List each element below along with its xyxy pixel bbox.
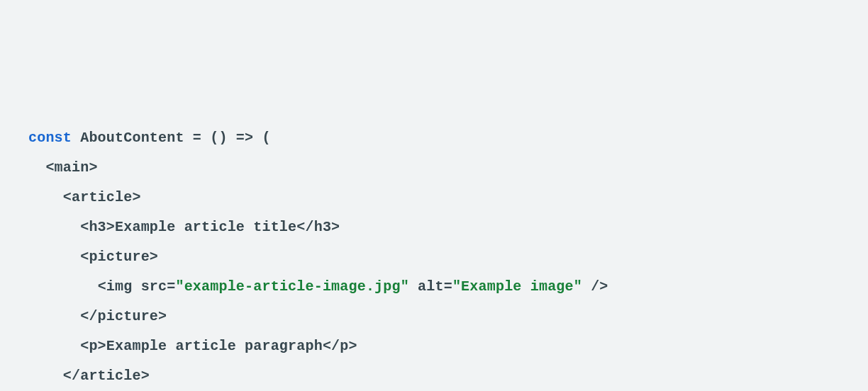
- attr-src: src=: [132, 278, 175, 295]
- text-h3: Example article title: [115, 219, 296, 235]
- tag-h3-open: <h3>: [80, 219, 115, 235]
- code-line-8: <p>Example article paragraph</p>: [28, 332, 840, 361]
- tag-img-open: <img: [98, 278, 133, 295]
- keyword-const: const: [28, 130, 72, 146]
- punct-equals: =: [184, 130, 211, 146]
- code-line-5: <picture>: [28, 242, 840, 272]
- identifier-aboutcontent: [72, 130, 80, 146]
- code-line-3: <article>: [28, 183, 840, 212]
- text-paragraph: Example article paragraph: [106, 338, 323, 354]
- code-line-4: <h3>Example article title</h3>: [28, 212, 840, 242]
- code-line-2: <main>: [28, 153, 840, 183]
- code-line-6: <img src="example-article-image.jpg" alt…: [28, 272, 840, 302]
- tag-img-close: />: [582, 278, 608, 295]
- tag-main-open: <main>: [45, 159, 97, 176]
- tag-p-close: </p>: [323, 338, 357, 354]
- string-alt: "Example image": [452, 278, 582, 295]
- code-line-7: </picture>: [28, 302, 840, 332]
- tag-h3-close: </h3>: [296, 219, 340, 235]
- arrow-open: () => (: [210, 130, 270, 146]
- tag-p-open: <p>: [80, 338, 106, 354]
- tag-article-close: </article>: [63, 368, 150, 384]
- tag-picture-open: <picture>: [80, 249, 158, 265]
- identifier-name: AboutContent: [80, 130, 184, 146]
- string-src: "example-article-image.jpg": [175, 278, 408, 295]
- code-line-1: const AboutContent = () => (: [28, 123, 840, 153]
- attr-alt: alt=: [409, 278, 452, 295]
- tag-picture-close: </picture>: [80, 308, 167, 324]
- tag-article-open: <article>: [63, 189, 141, 205]
- code-line-9: </article>: [28, 361, 840, 391]
